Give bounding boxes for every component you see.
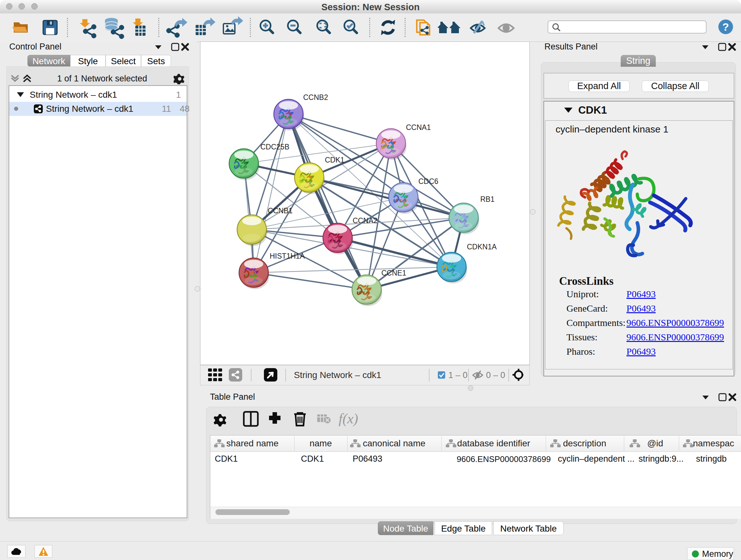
svg-text:CCNB1: CCNB1 bbox=[268, 206, 293, 215]
svg-text:String Network – cdk1: String Network – cdk1 bbox=[294, 370, 381, 380]
svg-text:@id: @id bbox=[647, 438, 663, 448]
svg-text:CDC6: CDC6 bbox=[418, 177, 439, 186]
svg-text:f(x): f(x) bbox=[339, 411, 358, 427]
svg-text:CCNA2: CCNA2 bbox=[353, 216, 378, 225]
svg-text:CDKN1A: CDKN1A bbox=[467, 243, 497, 251]
svg-text:CDC25B: CDC25B bbox=[260, 143, 289, 151]
svg-text:CCNB2: CCNB2 bbox=[303, 93, 328, 102]
svg-text:0 – 0: 0 – 0 bbox=[486, 370, 505, 380]
svg-text:CDK1: CDK1 bbox=[325, 156, 344, 164]
svg-text:CCNA1: CCNA1 bbox=[406, 123, 431, 132]
svg-text:namespac: namespac bbox=[693, 438, 734, 448]
svg-text:RB1: RB1 bbox=[480, 195, 495, 203]
svg-text:shared name: shared name bbox=[226, 438, 278, 448]
svg-text:?: ? bbox=[723, 21, 729, 33]
svg-text:description: description bbox=[563, 438, 606, 448]
svg-text:1 – 0: 1 – 0 bbox=[448, 370, 468, 380]
svg-text:name: name bbox=[310, 438, 332, 448]
svg-text:canonical name: canonical name bbox=[363, 438, 425, 448]
svg-text:database identifier: database identifier bbox=[457, 438, 530, 448]
svg-text:CCNE1: CCNE1 bbox=[381, 269, 406, 277]
svg-text:HIST1H1A: HIST1H1A bbox=[270, 252, 305, 260]
